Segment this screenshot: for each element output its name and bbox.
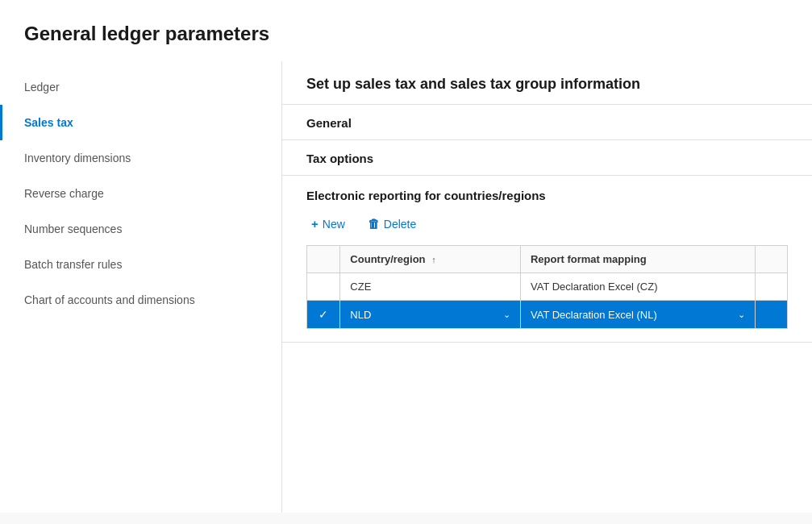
row-nld-arrow [755,301,787,329]
format-value: VAT Declaration Excel (NL) [531,309,657,321]
general-section-header: General [282,105,812,140]
delete-button-label: Delete [384,218,416,231]
checkmark-icon: ✓ [319,308,328,321]
col-header-check [307,246,340,273]
new-button[interactable]: + New [306,214,350,234]
tax-options-section-header: Tax options [282,140,812,176]
format-value: VAT Declaration Excel (CZ) [531,281,658,293]
dropdown-chevron-icon[interactable]: ⌄ [503,310,510,320]
sidebar-item-chart-of-accounts[interactable]: Chart of accounts and dimensions [0,282,281,318]
sidebar-item-sales-tax[interactable]: Sales tax [0,105,281,140]
sidebar-item-batch-transfer-rules[interactable]: Batch transfer rules [0,247,281,282]
row-cze-arrow [755,273,787,301]
new-button-label: New [323,218,345,231]
table-row[interactable]: CZE VAT Declaration Excel (CZ) [307,273,788,301]
table-row[interactable]: ✓ NLD ⌄ VAT Declaration Excel (NL) ⌄ [307,301,788,329]
sidebar-item-ledger[interactable]: Ledger [0,69,281,105]
page-title: General ledger parameters [0,0,812,61]
sidebar-item-number-sequences[interactable]: Number sequences [0,211,281,247]
dropdown-chevron-icon[interactable]: ⌄ [738,310,745,320]
country-value: NLD [350,309,371,321]
trash-icon: 🗑 [368,217,380,231]
sort-up-icon: ↑ [431,255,436,264]
table-header-row: Country/region ↑ Report format mapping [307,246,788,273]
country-value: CZE [350,281,371,293]
delete-button[interactable]: 🗑 Delete [363,214,421,234]
electronic-reporting-label: Electronic reporting for countries/regio… [306,189,788,202]
reporting-table: Country/region ↑ Report format mapping [306,245,788,329]
main-content: Set up sales tax and sales tax group inf… [282,61,812,513]
sidebar: Ledger Sales tax Inventory dimensions Re… [0,61,282,513]
row-cze-check [307,273,340,301]
plus-icon: + [311,217,319,231]
col-header-arrow [755,246,787,273]
electronic-reporting-section: Electronic reporting for countries/regio… [282,176,812,343]
col-header-country[interactable]: Country/region ↑ [340,246,521,273]
toolbar: + New 🗑 Delete [306,214,788,234]
sidebar-item-inventory-dimensions[interactable]: Inventory dimensions [0,140,281,176]
sidebar-item-reverse-charge[interactable]: Reverse charge [0,176,281,211]
row-nld-check: ✓ [307,301,340,329]
col-country-label: Country/region [350,253,425,265]
col-header-format[interactable]: Report format mapping [520,246,755,273]
col-format-label: Report format mapping [531,253,647,265]
row-nld-format[interactable]: VAT Declaration Excel (NL) ⌄ [520,301,755,329]
row-nld-country[interactable]: NLD ⌄ [340,301,521,329]
row-cze-country[interactable]: CZE [340,273,521,301]
row-cze-format: VAT Declaration Excel (CZ) [520,273,755,301]
section-title: Set up sales tax and sales tax group inf… [282,61,812,105]
